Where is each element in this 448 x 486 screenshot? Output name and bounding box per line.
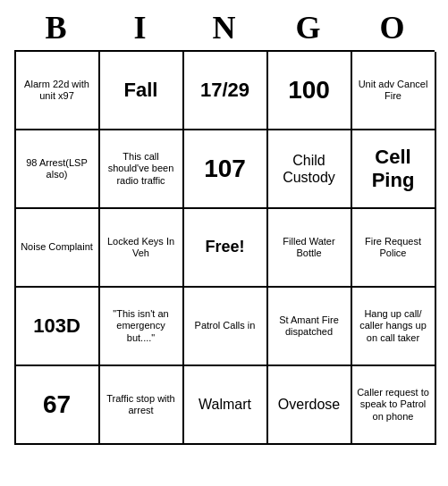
bingo-cell-20[interactable]: 67 [16,366,100,445]
bingo-cell-0[interactable]: Alarm 22d with unit x97 [16,52,100,130]
bingo-cell-24[interactable]: Caller request to speak to Patrol on pho… [352,366,436,445]
bingo-cell-6[interactable]: This call should've been radio traffic [100,130,184,209]
bingo-cell-10[interactable]: Noise Complaint [16,209,100,288]
bingo-cell-4[interactable]: Unit adv Cancel Fire [352,52,436,130]
letter-i: I [102,9,179,46]
bingo-cell-11[interactable]: Locked Keys In Veh [100,209,184,288]
bingo-cell-17[interactable]: Patrol Calls in [184,288,268,366]
bingo-cell-3[interactable]: 100 [268,52,352,130]
letter-g: G [270,9,347,46]
letter-o: O [354,9,431,46]
letter-n: N [186,9,263,46]
bingo-cell-14[interactable]: Fire Request Police [352,209,436,288]
bingo-cell-7[interactable]: 107 [184,130,268,209]
bingo-cell-8[interactable]: Child Custody [268,130,352,209]
bingo-cell-23[interactable]: Overdose [268,366,352,445]
bingo-cell-18[interactable]: St Amant Fire dispatched [268,288,352,366]
bingo-cell-1[interactable]: Fall [100,52,184,130]
bingo-cell-13[interactable]: Filled Water Bottle [268,209,352,288]
bingo-cell-2[interactable]: 17/29 [184,52,268,130]
bingo-cell-9[interactable]: Cell Ping [352,130,436,209]
bingo-cell-22[interactable]: Walmart [184,366,268,445]
bingo-cell-12[interactable]: Free! [184,209,268,288]
bingo-header: B I N G O [14,9,435,46]
bingo-cell-19[interactable]: Hang up call/ caller hangs up on call ta… [352,288,436,366]
bingo-grid: Alarm 22d with unit x97Fall17/29100Unit … [14,50,435,445]
letter-b: B [18,9,95,46]
bingo-cell-5[interactable]: 98 Arrest(LSP also) [16,130,100,209]
bingo-cell-16[interactable]: "This isn't an emergency but...." [100,288,184,366]
bingo-cell-15[interactable]: 103D [16,288,100,366]
bingo-cell-21[interactable]: Traffic stop with arrest [100,366,184,445]
